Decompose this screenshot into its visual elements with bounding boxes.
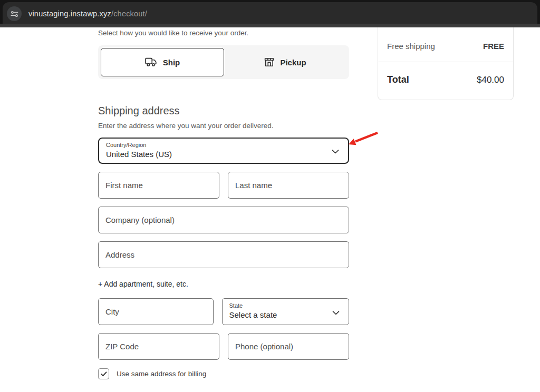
state-select[interactable]: State Select a state — [222, 298, 350, 325]
truck-icon — [145, 57, 157, 67]
checkout-page: vinustaging.instawp.xyz/checkout/ Select… — [0, 0, 540, 392]
browser-top-bar: vinustaging.instawp.xyz/checkout/ — [0, 0, 540, 27]
add-apartment-link[interactable]: + Add apartment, suite, etc. — [98, 280, 188, 288]
checkbox-box[interactable] — [98, 368, 109, 379]
address-input[interactable] — [98, 241, 349, 268]
state-select-value: Select a state — [229, 310, 330, 319]
last-name-input[interactable] — [228, 172, 349, 199]
pickup-option-button[interactable]: Pickup — [224, 48, 346, 76]
billing-checkbox-label: Use same address for billing — [117, 370, 206, 378]
order-summary-panel: Free shipping FREE Total $40.00 — [378, 27, 514, 100]
url-text[interactable]: vinustaging.instawp.xyz/checkout/ — [28, 9, 147, 18]
order-total-row: Total $40.00 — [378, 62, 513, 100]
tune-icon[interactable] — [7, 6, 22, 21]
delivery-prompt: Select how you would like to receive you… — [98, 29, 349, 37]
zip-code-input[interactable] — [98, 333, 219, 360]
state-select-label: State — [229, 302, 330, 309]
country-select-value: United States (US) — [106, 150, 325, 159]
shipping-cost-row: Free shipping FREE — [378, 27, 513, 62]
ship-option-label: Ship — [163, 58, 180, 67]
pickup-option-label: Pickup — [280, 58, 306, 67]
phone-input[interactable] — [228, 333, 349, 360]
city-input[interactable] — [98, 298, 214, 325]
ship-option-button[interactable]: Ship — [101, 48, 224, 76]
shipping-cost-label: Free shipping — [387, 42, 435, 51]
delivery-method-toggle: Ship Pickup — [98, 45, 349, 79]
url-domain: vinustaging.instawp.xyz — [28, 9, 111, 18]
order-total-value: $40.00 — [477, 75, 504, 85]
first-name-input[interactable] — [98, 172, 219, 199]
checkout-form: Select how you would like to receive you… — [98, 27, 349, 379]
store-icon — [264, 57, 274, 67]
country-select[interactable]: Country/Region United States (US) — [98, 138, 349, 164]
billing-same-address-checkbox[interactable]: Use same address for billing — [98, 368, 349, 379]
company-input[interactable] — [98, 207, 349, 233]
address-bar[interactable]: vinustaging.instawp.xyz/checkout/ — [3, 2, 537, 24]
url-path: /checkout/ — [111, 9, 147, 18]
country-select-label: Country/Region — [106, 142, 325, 149]
shipping-address-subtitle: Enter the address where you want your or… — [98, 122, 349, 130]
browser-bottom-strip — [0, 24, 540, 27]
chevron-down-icon — [332, 307, 340, 317]
chevron-down-icon — [332, 146, 339, 156]
check-icon — [101, 371, 107, 377]
shipping-address-title: Shipping address — [98, 105, 349, 117]
order-total-label: Total — [387, 74, 409, 85]
shipping-cost-value: FREE — [483, 42, 504, 51]
